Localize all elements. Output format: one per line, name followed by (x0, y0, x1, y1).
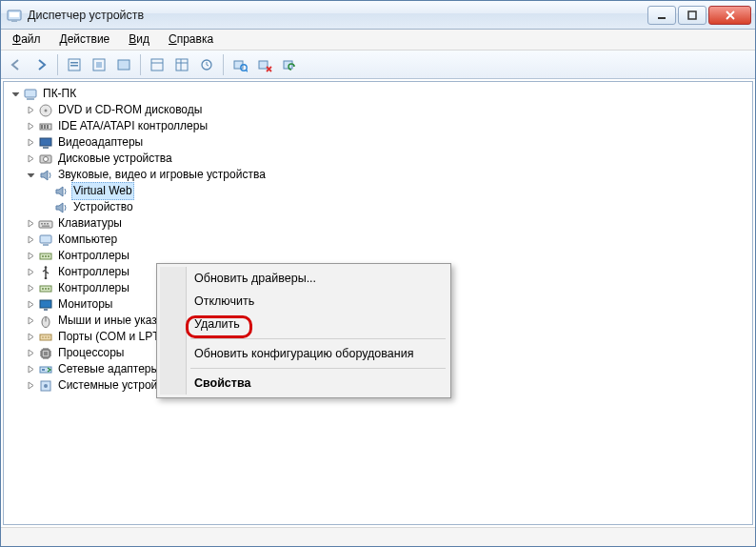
back-button[interactable] (5, 53, 28, 76)
tb-btn-3[interactable] (112, 53, 135, 76)
cpu-icon (38, 346, 53, 361)
ctx-disable[interactable]: Отключить (160, 290, 448, 313)
svg-rect-7 (70, 65, 78, 67)
tree-category-label: Порты (COM и LPT) (56, 329, 166, 345)
expand-icon[interactable] (23, 119, 38, 134)
tree-category[interactable]: IDE ATA/ATAPI контроллеры (4, 118, 752, 134)
expander-placeholder (38, 184, 53, 199)
menu-action[interactable]: Действие (50, 30, 120, 50)
tree-category-label: IDE ATA/ATAPI контроллеры (56, 118, 209, 134)
svg-rect-18 (25, 90, 36, 97)
svg-rect-32 (44, 223, 46, 225)
device-tree-panel[interactable]: ПК-ПКDVD и CD-ROM дисководыIDE ATA/ATAPI… (3, 81, 753, 525)
tb-update-button[interactable] (278, 53, 301, 76)
expand-icon[interactable] (23, 216, 38, 232)
svg-rect-3 (658, 17, 666, 19)
svg-rect-12 (176, 59, 188, 71)
close-button[interactable] (708, 6, 751, 25)
ctx-properties[interactable]: Свойства (160, 372, 448, 395)
expand-icon[interactable] (23, 281, 38, 296)
tree-category-label: Компьютер (56, 232, 119, 248)
tb-scan-button[interactable] (229, 53, 251, 76)
monitor-icon (38, 297, 53, 313)
disc-icon (38, 103, 53, 118)
expand-icon[interactable] (23, 233, 38, 248)
tb-btn-1[interactable] (63, 53, 86, 76)
expand-icon[interactable] (23, 135, 38, 151)
tree-category[interactable]: Контроллеры (4, 248, 752, 264)
tree-category[interactable]: Компьютер (4, 232, 752, 248)
expand-icon[interactable] (23, 314, 38, 329)
maximize-button[interactable] (678, 6, 706, 25)
svg-point-51 (42, 336, 44, 338)
menu-help[interactable]: Справка (159, 30, 223, 50)
toolbar-separator (223, 54, 224, 75)
app-icon (7, 8, 22, 23)
sound-icon (53, 184, 69, 199)
collapse-icon[interactable] (23, 168, 38, 183)
tb-btn-5[interactable] (170, 53, 193, 76)
svg-rect-25 (47, 125, 49, 129)
tree-category-label: Процессоры (56, 345, 127, 361)
context-menu: Обновить драйверы... Отключить Удалить О… (156, 263, 451, 398)
network-icon (38, 362, 53, 377)
tree-device[interactable]: Virtual Web (4, 183, 752, 199)
minimize-button[interactable] (647, 6, 676, 25)
controller-icon (38, 249, 53, 264)
expand-icon[interactable] (23, 152, 38, 167)
tree-category[interactable]: Видеоадаптеры (4, 134, 752, 151)
svg-rect-10 (118, 60, 129, 70)
statusbar (1, 527, 755, 546)
tb-btn-4[interactable] (146, 53, 169, 76)
tree-category[interactable]: Клавиатуры (4, 215, 752, 232)
svg-rect-48 (44, 309, 48, 311)
expand-icon[interactable] (23, 265, 38, 280)
ctx-update-drivers[interactable]: Обновить драйверы... (160, 267, 448, 290)
expand-icon[interactable] (23, 103, 38, 118)
svg-rect-11 (151, 59, 163, 71)
tree-category[interactable]: DVD и CD-ROM дисководы (4, 102, 752, 118)
expand-icon[interactable] (23, 378, 38, 394)
forward-button[interactable] (30, 53, 52, 76)
tb-btn-6[interactable] (195, 53, 218, 76)
svg-point-52 (45, 336, 47, 338)
tb-uninstall-button[interactable] (253, 53, 276, 76)
collapse-icon[interactable] (8, 87, 23, 102)
toolbar (1, 51, 755, 79)
svg-point-53 (48, 336, 50, 338)
tree-category-label: Контроллеры (56, 248, 131, 264)
menu-file[interactable]: Файл (3, 30, 50, 50)
svg-rect-26 (40, 138, 51, 146)
tree-device[interactable]: Устройство (4, 199, 752, 215)
ctx-scan-hardware[interactable]: Обновить конфигурацию оборудования (160, 342, 448, 365)
tree-category[interactable]: Звуковые, видео и игровые устройства (4, 167, 752, 183)
expand-icon[interactable] (23, 297, 38, 313)
svg-rect-27 (43, 147, 49, 149)
expander-placeholder (38, 200, 53, 215)
svg-rect-6 (70, 62, 78, 64)
titlebar[interactable]: Диспетчер устройств (1, 1, 755, 30)
tree-category-label: DVD и CD-ROM дисководы (56, 102, 204, 118)
expand-icon[interactable] (23, 362, 38, 377)
tree-category-label: Звуковые, видео и игровые устройства (56, 167, 268, 183)
window-controls (646, 6, 751, 25)
tb-btn-2[interactable] (88, 53, 110, 76)
svg-rect-19 (27, 98, 34, 100)
svg-rect-42 (45, 277, 47, 279)
svg-point-59 (44, 384, 48, 388)
ctx-delete[interactable]: Удалить (160, 313, 448, 335)
svg-point-46 (48, 288, 50, 290)
svg-point-40 (48, 255, 50, 257)
port-icon (38, 330, 53, 345)
expand-icon[interactable] (23, 249, 38, 264)
window-title: Диспетчер устройств (28, 9, 646, 22)
svg-rect-57 (42, 369, 45, 371)
expand-icon[interactable] (23, 330, 38, 345)
svg-rect-9 (96, 62, 102, 68)
tree-category[interactable]: Дисковые устройства (4, 151, 752, 167)
controller-icon (38, 281, 53, 296)
expand-icon[interactable] (23, 346, 38, 361)
menu-view[interactable]: Вид (119, 30, 159, 50)
tree-root[interactable]: ПК-ПК (4, 86, 752, 102)
system-icon (38, 378, 53, 394)
